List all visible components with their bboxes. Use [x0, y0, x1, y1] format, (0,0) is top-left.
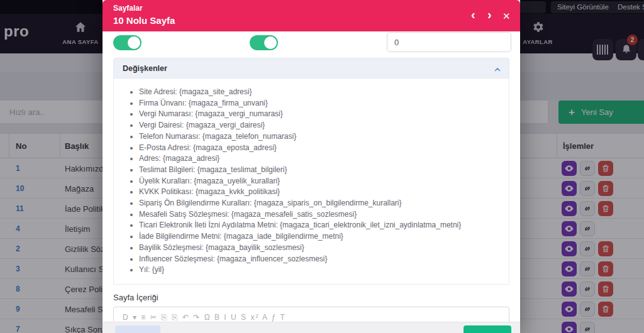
variable-item: Üyelik Kuralları: {magaza_uyelik_kuralla… — [139, 176, 509, 187]
show-in-menu-toggle[interactable] — [250, 35, 278, 50]
active-toggle[interactable] — [113, 35, 142, 50]
variable-item: Sipariş Ön Bilgilendirme Kuralları: {mag… — [139, 198, 509, 209]
modal-title: Sayfalar — [113, 4, 143, 13]
modal-subtitle: 10 Nolu Sayfa — [113, 15, 175, 26]
variable-item: Adres: {magaza_adresi} — [139, 153, 509, 165]
close-button[interactable] — [115, 325, 160, 333]
variables-list: Site Adresi: {magaza_site_adresi} Firma … — [139, 87, 509, 276]
variable-item: Yıl: {yil} — [139, 265, 509, 276]
save-button[interactable] — [464, 325, 511, 333]
editor-toolbar[interactable]: D ▾ ≡ ✂ ⎘ ⎘ ↶ ↷ Ω B I U S x² A ƒ T — [123, 313, 286, 322]
variable-item: Bayilik Sözleşmesi: {magaza_bayilik_sozl… — [139, 243, 509, 254]
variable-item: Site Adresi: {magaza_site_adresi} — [139, 87, 509, 98]
variables-accordion-title: Değişkenler — [123, 64, 167, 73]
sort-order-input[interactable] — [387, 32, 511, 52]
variable-item: Vergi Numarası: {magaza_vergi_numarasi} — [139, 109, 509, 120]
variable-item: KVKK Politikası: {magaza_kvkk_politikasi… — [139, 187, 509, 198]
variable-item: Teslimat Bilgileri: {magaza_teslimat_bil… — [139, 165, 509, 176]
variable-item: Telefon Numarası: {magaza_telefon_numara… — [139, 131, 509, 143]
variables-accordion-header[interactable]: Değişkenler — [113, 58, 509, 79]
prev-page-button[interactable]: ‹ — [471, 6, 475, 23]
close-icon[interactable]: ✕ — [502, 8, 511, 25]
page-content-label: Sayfa İçeriği — [113, 293, 158, 302]
pages-modal: Sayfalar 10 Nolu Sayfa ‹ › ✕ Değişkenler… — [103, 0, 520, 333]
modal-footer — [103, 322, 520, 333]
next-page-button[interactable]: › — [487, 6, 492, 23]
variable-item: Firma Ünvanı: {magaza_firma_unvani} — [139, 98, 509, 109]
chevron-up-icon — [494, 65, 501, 76]
variable-item: Mesafeli Satış Sözleşmesi: {magaza_mesaf… — [139, 209, 509, 221]
modal-header: Sayfalar 10 Nolu Sayfa ‹ › ✕ — [103, 0, 520, 31]
variable-item: E-Posta Adresi: {magaza_eposta_adresi} — [139, 143, 509, 154]
app-root: Siteyi Görüntüle Destek Si pro ANA SAYFA… — [0, 0, 644, 333]
variable-item: Vergi Dairesi: {magaza_vergi_dairesi} — [139, 120, 509, 131]
variable-item: Influencer Sözleşmesi: {magaza_influence… — [139, 254, 509, 265]
variable-item: Ticari Elektronik İleti İzni Aydılatma M… — [139, 220, 509, 231]
variable-item: İade Bilgilendirme Metni: {magaza_iade_b… — [139, 231, 509, 243]
variables-panel: Site Adresi: {magaza_site_adresi} Firma … — [113, 79, 509, 285]
